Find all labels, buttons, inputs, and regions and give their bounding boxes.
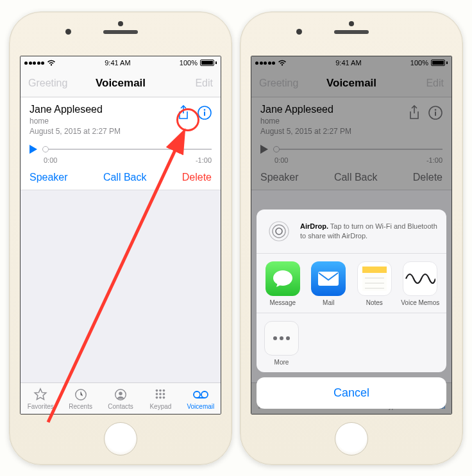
voicememos-icon	[405, 267, 435, 290]
share-app-mail-label: Mail	[323, 299, 334, 306]
share-app-notes[interactable]: Notes	[352, 261, 397, 306]
share-app-message[interactable]: Message	[260, 261, 305, 306]
share-app-voicememos-label: Voice Memos	[401, 299, 439, 306]
more-icon	[272, 336, 291, 341]
status-time: 9:41 AM	[105, 59, 130, 67]
svg-point-16	[201, 391, 208, 398]
share-cancel-button[interactable]: Cancel	[257, 377, 446, 409]
keypad-icon	[153, 388, 168, 402]
nav-title: Voicemail	[96, 77, 146, 90]
screen-left: 9:41 AM 100% Greeting Voicemail Edit Jan…	[20, 56, 221, 414]
earpiece-speaker	[103, 30, 138, 34]
tab-recents-label: Recents	[69, 403, 92, 410]
tab-voicemail-label: Voicemail	[187, 403, 214, 410]
playback-row	[30, 145, 212, 154]
share-apps-row: Message Mail Notes	[257, 254, 446, 313]
front-camera	[296, 29, 302, 35]
star-icon	[33, 388, 48, 402]
share-icon[interactable]	[177, 105, 190, 123]
svg-point-47	[280, 336, 283, 340]
proximity-sensor	[349, 21, 354, 26]
share-app-message-label: Message	[269, 299, 296, 306]
tab-bar: Favorites Recents Contacts Keypad Voicem…	[21, 382, 221, 414]
svg-point-9	[156, 393, 158, 395]
tab-keypad[interactable]: Keypad	[140, 383, 180, 414]
voicemail-caller-name: Jane Appleseed	[30, 104, 121, 115]
earpiece-speaker	[334, 30, 369, 34]
contact-icon	[113, 388, 128, 402]
battery-icon	[200, 60, 217, 66]
nav-greeting-button[interactable]: Greeting	[28, 78, 68, 89]
front-camera	[65, 29, 71, 35]
share-app-notes-label: Notes	[366, 299, 383, 306]
play-button[interactable]	[30, 145, 37, 154]
svg-point-15	[194, 391, 200, 398]
voicemail-line-label: home	[30, 117, 121, 126]
status-bar: 9:41 AM 100%	[21, 56, 221, 69]
proximity-sensor	[118, 21, 123, 26]
delete-button[interactable]: Delete	[182, 172, 212, 183]
tab-recents[interactable]: Recents	[60, 383, 100, 414]
tab-contacts[interactable]: Contacts	[101, 383, 140, 414]
svg-point-11	[163, 393, 165, 395]
tab-contacts-label: Contacts	[108, 403, 133, 410]
voicemail-date: August 5, 2015 at 2:27 PM	[30, 127, 121, 136]
share-app-mail[interactable]: Mail	[307, 261, 351, 306]
airdrop-icon	[266, 217, 292, 245]
svg-point-46	[273, 336, 277, 340]
nav-edit-button[interactable]: Edit	[173, 78, 213, 89]
svg-point-7	[160, 389, 162, 391]
home-button[interactable]	[104, 422, 137, 455]
elapsed-time: 0:00	[44, 156, 57, 164]
tab-favorites[interactable]: Favorites	[21, 383, 60, 414]
iphone-device-right: 9:41 AM 100% Greeting Voicemail Edit Jan…	[240, 12, 463, 465]
share-sheet: AirDrop. Tap to turn on Wi-Fi and Blueto…	[257, 209, 446, 409]
share-more-button[interactable]	[264, 321, 299, 356]
svg-rect-41	[362, 267, 387, 273]
home-button[interactable]	[335, 422, 368, 455]
scrubber[interactable]	[42, 149, 212, 150]
iphone-device-left: 9:41 AM 100% Greeting Voicemail Edit Jan…	[9, 12, 232, 465]
svg-point-10	[160, 393, 162, 395]
svg-point-1	[204, 109, 206, 111]
speaker-button[interactable]: Speaker	[30, 172, 68, 183]
svg-point-48	[286, 336, 290, 340]
message-icon	[272, 269, 294, 288]
nav-bar: Greeting Voicemail Edit	[21, 69, 221, 97]
svg-point-6	[156, 389, 158, 391]
voicemail-card: Jane Appleseed home August 5, 2015 at 2:…	[21, 97, 221, 190]
voicemail-icon	[193, 388, 208, 402]
svg-point-8	[163, 389, 165, 391]
svg-rect-2	[204, 111, 205, 116]
clock-icon	[73, 388, 88, 402]
scrubber-thumb[interactable]	[42, 146, 49, 152]
share-more-label: More	[264, 359, 299, 366]
share-app-voicememos[interactable]: Voice Memos	[398, 261, 443, 306]
airdrop-label: AirDrop.	[300, 222, 328, 230]
svg-point-5	[119, 391, 122, 395]
notes-icon	[360, 264, 389, 293]
tab-voicemail[interactable]: Voicemail	[181, 383, 221, 414]
svg-point-13	[160, 396, 162, 398]
svg-point-38	[273, 225, 285, 238]
svg-point-14	[163, 396, 165, 398]
mail-icon	[317, 270, 340, 287]
tab-keypad-label: Keypad	[149, 403, 171, 410]
call-back-button[interactable]: Call Back	[103, 172, 147, 183]
remaining-time: -1:00	[196, 156, 212, 164]
svg-point-37	[276, 228, 282, 234]
tab-favorites-label: Favorites	[28, 403, 54, 410]
airdrop-row[interactable]: AirDrop. Tap to turn on Wi-Fi and Blueto…	[257, 209, 446, 254]
svg-point-12	[156, 396, 158, 398]
battery-percent: 100%	[180, 59, 198, 67]
signal-strength-icon	[24, 62, 44, 65]
wifi-icon	[47, 60, 56, 66]
svg-rect-40	[318, 272, 339, 286]
info-icon[interactable]	[198, 106, 212, 122]
screen-right: 9:41 AM 100% Greeting Voicemail Edit Jan…	[251, 56, 452, 414]
